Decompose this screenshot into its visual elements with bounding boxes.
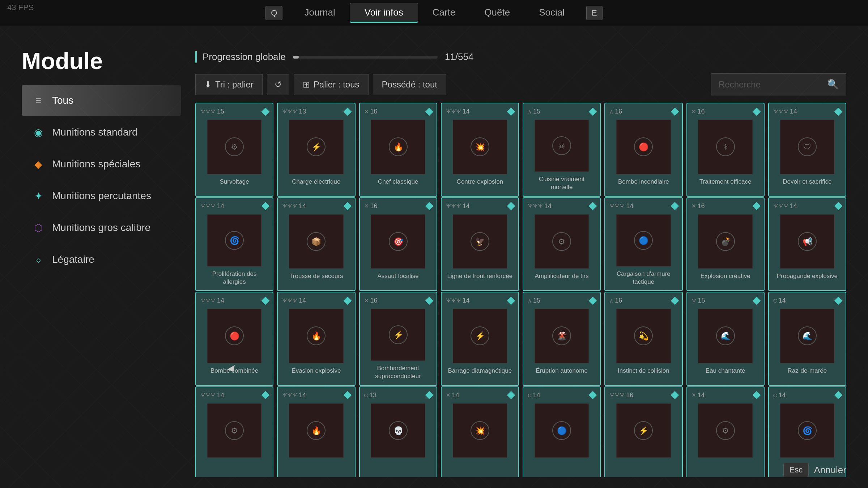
module-tier: ᗐᗐᗐ14: [446, 108, 470, 115]
module-icon: 💫: [616, 309, 671, 363]
module-rarity-diamond: [343, 107, 352, 116]
module-card[interactable]: ᗐᗐᗐ14 📦 Trousse de secours: [277, 197, 355, 291]
progress-text: 11/554: [445, 51, 474, 63]
module-tier: ᗐᗐᗐ16: [609, 391, 633, 399]
module-card[interactable]: ᗐᗐᗐ13 ⚡ Charge électrique: [277, 103, 355, 197]
module-card[interactable]: ᗐᗐᗐ14 🛡 Devoir et sacrifice: [768, 103, 846, 197]
module-card[interactable]: ᗐᗐᗐ14 🔵 Cargaison d'armure tactique: [604, 197, 682, 291]
module-rarity-diamond: [752, 296, 761, 305]
main-container: Module ≡Tous◉Munitions standard◆Munition…: [0, 26, 868, 488]
module-card[interactable]: ✕14 💥: [441, 386, 519, 478]
module-rarity-diamond: [261, 202, 270, 210]
module-card[interactable]: ᗐᗐᗐ14 💥 Contre-explosion: [441, 103, 519, 197]
sidebar-item-label: Munitions spéciales: [52, 158, 140, 170]
module-tier: ᗐᗐᗐ14: [446, 202, 470, 210]
module-card[interactable]: ᗐᗐᗐ14 🌀 Prolifération des allergies: [195, 197, 273, 291]
module-card-header: C14: [773, 391, 841, 399]
module-card-header: ᗐᗐᗐ14: [773, 202, 841, 210]
nav-item-voir-infos[interactable]: Voir infos: [350, 3, 418, 23]
sidebar-item-munitions-standard[interactable]: ◉Munitions standard: [22, 117, 181, 147]
module-card[interactable]: ᗐᗐᗐ14 🦅 Ligne de front renforcée: [441, 197, 519, 291]
svg-text:📢: 📢: [802, 237, 812, 247]
search-input[interactable]: [711, 74, 820, 95]
module-tier: ∧15: [528, 108, 540, 115]
module-card[interactable]: ᗐᗐᗐ14 🔴 Bombe combinée: [195, 292, 273, 386]
module-name: Survoltage: [220, 178, 249, 186]
module-card[interactable]: ∧16 🔴 Bombe incendiaire: [604, 103, 682, 197]
module-card[interactable]: ᗐᗐᗐ14 ⚙ Amplificateur de tirs: [523, 197, 601, 291]
module-name: Raz-de-marée: [788, 367, 827, 375]
module-card[interactable]: ✕16 🎯 Assaut focalisé: [359, 197, 437, 291]
search-icon[interactable]: 🔍: [820, 74, 846, 95]
module-card[interactable]: ∧16 💫 Instinct de collision: [604, 292, 682, 386]
module-card[interactable]: ᗐᗐᗐ14 📢 Propagande explosive: [768, 197, 846, 291]
sidebar-item-tous[interactable]: ≡Tous: [22, 85, 181, 116]
module-card[interactable]: ᗐᗐᗐ14 🔥 Évasion explosive: [277, 292, 355, 386]
module-card-header: ᗐᗐᗐ14: [282, 391, 350, 399]
hex-icon: ⬡: [32, 221, 45, 234]
module-name: Amplificateur de tirs: [535, 272, 588, 280]
module-card[interactable]: ᗐᗐᗐ14 ⚡ Barrage diamagnétique: [441, 292, 519, 386]
svg-text:🔥: 🔥: [311, 426, 322, 436]
module-name: Prolifération des allergies: [200, 270, 268, 286]
nav-item-social[interactable]: Social: [524, 3, 579, 23]
sidebar-item-munitions-gros-calibre[interactable]: ⬡Munitions gros calibre: [22, 213, 181, 243]
sidebar-item-légataire[interactable]: ⬦Légataire: [22, 244, 181, 275]
owned-label: Possédé : tout: [382, 80, 437, 90]
sidebar-item-munitions-percutantes[interactable]: ✦Munitions percutantes: [22, 181, 181, 211]
module-card[interactable]: ᗐᗐᗐ15 ⚙ Survoltage: [195, 103, 273, 197]
module-card[interactable]: C14 🔵: [523, 386, 601, 478]
svg-text:🔵: 🔵: [557, 426, 567, 436]
module-tier: ∧16: [609, 108, 622, 115]
module-card[interactable]: ∧15 ☠ Cuisine vraiment mortelle: [523, 103, 601, 197]
module-card[interactable]: ᗐᗐᗐ14 ⚙: [195, 386, 273, 478]
module-card[interactable]: ᗐ15 🌊 Eau chantante: [686, 292, 765, 386]
module-icon: 🌊: [780, 309, 835, 363]
module-tier: ᗐᗐᗐ14: [528, 202, 552, 210]
module-tier: ᗐᗐᗐ14: [609, 202, 633, 210]
owned-filter-button[interactable]: Possédé : tout: [373, 74, 446, 95]
nav-item-carte[interactable]: Carte: [418, 3, 470, 23]
tier-filter-button[interactable]: ⊞ Palier : tous: [294, 74, 369, 95]
module-card[interactable]: ∧15 🌋 Éruption autonome: [523, 292, 601, 386]
module-name: Éruption autonome: [536, 367, 588, 375]
module-tier: ᗐᗐᗐ14: [773, 202, 797, 210]
module-name: Cargaison d'armure tactique: [609, 270, 677, 286]
module-card-header: ᗐᗐᗐ14: [609, 202, 677, 210]
module-rarity-diamond: [671, 296, 679, 305]
nav-item-quete[interactable]: Quête: [470, 3, 524, 23]
module-card[interactable]: ᗐᗐᗐ16 ⚡: [604, 386, 682, 478]
module-icon: 🌊: [698, 309, 753, 363]
module-name: Bombe incendiaire: [618, 178, 669, 186]
module-card[interactable]: C14 🌊 Raz-de-marée: [768, 292, 846, 386]
refresh-button[interactable]: ↺: [267, 74, 289, 95]
svg-text:⚡: ⚡: [311, 142, 322, 152]
module-icon: ⚙: [207, 120, 262, 174]
module-tier: ✕16: [364, 202, 378, 210]
module-card[interactable]: ✕14 ⚙: [686, 386, 765, 478]
progress-bar-container: Progression globale 11/554: [195, 48, 846, 66]
module-icon: ⚙: [535, 214, 589, 269]
module-name: Devoir et sacrifice: [783, 178, 831, 186]
fps-counter: 43 FPS: [7, 3, 34, 12]
sort-filter-button[interactable]: ⬇ Tri : palier: [195, 74, 263, 95]
svg-text:🌀: 🌀: [230, 236, 240, 245]
nav-item-journal[interactable]: Journal: [290, 3, 349, 23]
module-card[interactable]: ✕16 🔥 Chef classique: [359, 103, 437, 197]
module-card[interactable]: ✕16 ⚕ Traitement efficace: [686, 103, 765, 197]
module-rarity-diamond: [752, 391, 761, 399]
module-card[interactable]: ✕16 💣 Explosion créative: [686, 197, 765, 291]
module-card-header: ✕14: [446, 391, 514, 399]
sidebar-item-munitions-spéciales[interactable]: ◆Munitions spéciales: [22, 149, 181, 179]
module-icon: 💣: [698, 214, 753, 269]
module-card-header: ✕16: [692, 108, 760, 115]
svg-text:🌊: 🌊: [802, 331, 812, 341]
svg-text:🌋: 🌋: [557, 331, 567, 341]
module-card[interactable]: C13 💀: [359, 386, 437, 478]
module-rarity-diamond: [425, 202, 433, 210]
module-card[interactable]: ᗐᗐᗐ14 🔥: [277, 386, 355, 478]
svg-text:🌀: 🌀: [802, 426, 812, 436]
module-icon: 🌀: [207, 214, 262, 266]
module-tier: ᗐᗐᗐ14: [282, 297, 306, 304]
module-card[interactable]: ✕16 ⚡ Bombardement supraconducteur: [359, 292, 437, 386]
